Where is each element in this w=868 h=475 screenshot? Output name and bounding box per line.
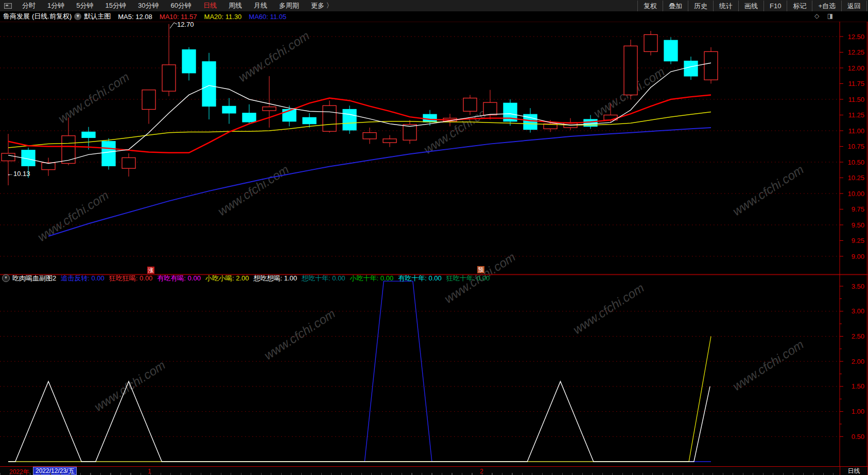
panel-corner-icons[interactable]: ◇ ◨ <box>814 12 836 20</box>
low-price-annotation: ←10.13 <box>7 170 30 178</box>
symbol-bar: 鲁商发展 (日线.前复权) ▼ 默认主图 MA5: 12.08 MA10: 11… <box>0 11 868 22</box>
tool-menu: 复权 叠加 历史 统计 画线 F10 标记 +自选 返回 <box>637 0 867 11</box>
candle-body <box>42 163 55 169</box>
indicator-item: 想吃十年: 0.00 <box>302 274 345 283</box>
symbol-mode: (日线.前复权) <box>32 12 72 21</box>
price-tick-label: 11.50 <box>848 96 864 103</box>
candle-body <box>142 90 155 110</box>
candle-body <box>403 125 416 140</box>
btn-stats[interactable]: 统计 <box>713 1 738 11</box>
indicator-item: 狂吃狂喝: 0.00 <box>109 274 153 283</box>
chart-canvas[interactable]: www.cfchi.comwww.cfchi.comwww.cfchi.comw… <box>0 0 868 475</box>
price-tick-label: 12.00 <box>847 64 864 72</box>
indicator-item: 小吃十年: 0.00 <box>350 274 394 283</box>
indicator-tick-label: 3.50 <box>852 283 864 290</box>
symbol-title: 鲁商发展 <box>3 12 30 21</box>
indicator-item: 有吃十年: 0.00 <box>398 274 442 283</box>
watermark: www.cfchi.com <box>35 188 111 244</box>
candle-body <box>323 105 336 131</box>
candle-body <box>242 113 256 122</box>
candle-body <box>263 107 276 111</box>
candle-body <box>644 34 657 51</box>
price-tick-label: 11.75 <box>848 80 864 87</box>
indicator-item: 追击反转: 0.00 <box>61 274 105 283</box>
watermark: www.cfchi.com <box>730 162 806 218</box>
candle-body <box>363 133 376 139</box>
candle-body <box>624 46 637 95</box>
high-pointer-line <box>170 23 177 28</box>
indicator-item: 小吃小喝: 2.00 <box>205 274 249 283</box>
watermark: www.cfchi.com <box>56 69 132 126</box>
indicator-tick-label: 1.00 <box>852 408 864 415</box>
candle-body <box>664 40 678 61</box>
price-tick-label: 10.25 <box>847 174 864 182</box>
window-icon[interactable] <box>4 3 12 9</box>
price-tick-label: 9.00 <box>852 253 864 260</box>
sub-indicator-header: ▼ 吃肉喝血副图2 追击反转: 0.00 狂吃狂喝: 0.00 有吃有喝: 0.… <box>2 274 490 282</box>
indicator-item: 想吃想喝: 1.00 <box>253 274 297 283</box>
candle-body <box>303 117 316 124</box>
indicator-tick-label: 2.50 <box>852 332 864 340</box>
btn-overlay[interactable]: 叠加 <box>663 1 688 11</box>
sub-indicator-title[interactable]: 吃肉喝血副图2 <box>12 274 56 283</box>
candle-body <box>483 102 497 115</box>
trading-app-window: www.cfchi.comwww.cfchi.comwww.cfchi.comw… <box>0 0 868 475</box>
indicator-tick-label: 1.50 <box>852 382 864 390</box>
candle-body <box>704 51 718 80</box>
price-tick-label: 11.00 <box>848 127 864 135</box>
ma10-value: MA10: 11.57 <box>160 13 197 21</box>
period-label: 日线 <box>840 467 868 475</box>
candle-body <box>343 110 356 130</box>
tab-30min[interactable]: 30分钟 <box>138 1 159 10</box>
indicator-item: 狂吃十年: 0.00 <box>446 274 490 283</box>
price-tick-label: 10.00 <box>847 190 864 198</box>
btn-back[interactable]: 返回 <box>841 1 867 11</box>
watermark: www.cfchi.com <box>262 306 338 362</box>
candle-body <box>423 114 437 122</box>
tab-1min[interactable]: 1分钟 <box>47 1 64 10</box>
watermark: www.cfchi.com <box>92 358 168 414</box>
watermark: www.cfchi.com <box>215 162 291 218</box>
candle-body <box>122 157 135 168</box>
tab-60min[interactable]: 60分钟 <box>170 1 191 10</box>
btn-mark[interactable]: 标记 <box>787 1 812 11</box>
price-tick-label: 10.50 <box>847 159 864 166</box>
price-tick-label: 9.50 <box>852 221 864 229</box>
price-tick-label: 12.25 <box>847 48 864 56</box>
candle-body <box>222 106 236 113</box>
price-tick-label: 9.25 <box>852 237 864 244</box>
chevron-down-icon[interactable]: ▼ <box>74 13 81 20</box>
tab-5min[interactable]: 5分钟 <box>76 1 93 10</box>
watermark: www.cfchi.com <box>570 280 647 337</box>
price-tick-label: 9.75 <box>852 205 864 213</box>
tab-monthly[interactable]: 月线 <box>254 1 267 10</box>
tab-multi-period[interactable]: 多周期 <box>279 1 299 10</box>
candle-body <box>463 98 477 112</box>
candle-body <box>2 153 15 161</box>
tab-15min[interactable]: 15分钟 <box>105 1 126 10</box>
candle-body <box>383 139 396 143</box>
high-price-annotation: 12.70 <box>177 21 194 28</box>
candle-body <box>684 61 698 76</box>
indicator-tick-label: 3.00 <box>852 307 864 315</box>
btn-fuquan[interactable]: 复权 <box>637 1 663 11</box>
btn-drawline[interactable]: 画线 <box>738 1 763 11</box>
tab-weekly[interactable]: 周线 <box>229 1 242 10</box>
ma5-value: MA5: 12.08 <box>118 13 152 21</box>
btn-add-watchlist[interactable]: +自选 <box>812 1 841 11</box>
tab-fenshi[interactable]: 分时 <box>22 1 36 10</box>
main-chart-label[interactable]: 默认主图 <box>84 12 111 21</box>
candle-body <box>182 50 196 73</box>
btn-history[interactable]: 历史 <box>688 1 713 11</box>
tab-more[interactable]: 更多 〉 <box>311 1 333 10</box>
candle-body <box>162 65 176 91</box>
price-tick-label: 11.25 <box>848 111 864 119</box>
watermark: www.cfchi.com <box>730 337 806 393</box>
tab-daily[interactable]: 日线 <box>203 1 217 10</box>
date-axis-bar: 2022年 2022/12/23/五 1 2 日线 <box>0 466 868 475</box>
btn-f10[interactable]: F10 <box>763 1 787 11</box>
candle-body <box>202 62 216 107</box>
collapse-icon[interactable]: ▼ <box>2 274 10 282</box>
candle-body <box>82 132 95 137</box>
indicator-item: 有吃有喝: 0.00 <box>157 274 201 283</box>
